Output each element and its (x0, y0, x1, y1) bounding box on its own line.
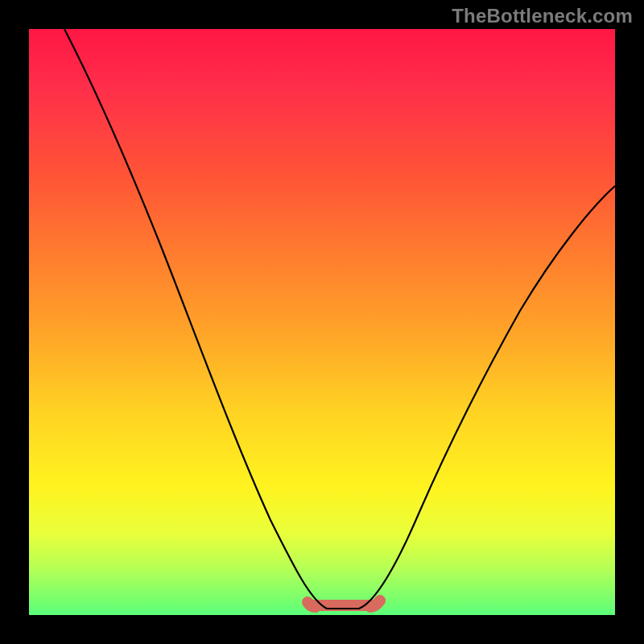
plot-area (29, 29, 615, 615)
chart-frame: TheBottleneck.com (0, 0, 644, 644)
bottleneck-curve (64, 29, 615, 609)
curve-overlay (29, 29, 615, 615)
watermark-label: TheBottleneck.com (452, 5, 633, 27)
